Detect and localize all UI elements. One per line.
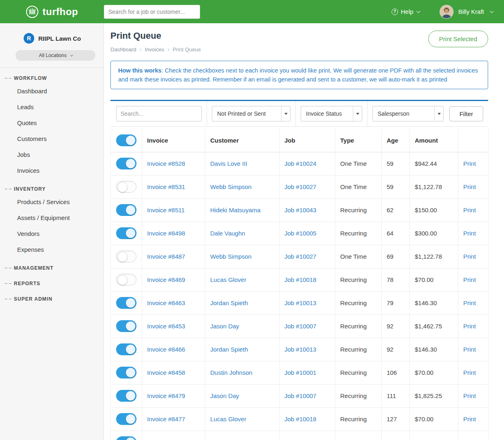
print-link[interactable]: Print [463, 230, 476, 237]
table-row: Invoice #8453 Jason Day Job #10007 Recur… [111, 315, 489, 338]
invoice-link[interactable]: Invoice #8511 [147, 207, 185, 213]
invoice-table: Invoice Customer Job Type Age Amount Inv… [110, 129, 488, 440]
row-select-toggle[interactable] [116, 367, 136, 378]
job-link[interactable]: Job #10027 [284, 253, 316, 260]
invoice-link[interactable]: Invoice #8479 [147, 392, 185, 399]
job-link[interactable]: Job #10013 [284, 299, 316, 306]
invoice-status-dropdown[interactable]: Invoice Status [301, 106, 362, 121]
customer-link[interactable]: Lucas Glover [210, 416, 246, 422]
row-select-toggle[interactable] [116, 413, 136, 425]
job-link[interactable]: Job #10018 [284, 276, 316, 283]
customer-link[interactable]: Jason Day [210, 323, 239, 330]
invoice-link[interactable]: Invoice #8463 [147, 299, 185, 306]
job-link[interactable]: Job #10027 [284, 183, 316, 190]
invoice-link[interactable]: Invoice #8528 [147, 160, 185, 167]
row-select-toggle[interactable] [116, 204, 136, 216]
chevron-down-icon[interactable] [490, 9, 494, 13]
sidebar-item-dashboard[interactable]: Dashboard [0, 83, 103, 99]
column-header-type: Type [335, 129, 382, 152]
sidebar-item-assets-equipment[interactable]: Assets / Equipment [0, 210, 103, 226]
invoice-link[interactable]: Invoice #8477 [147, 416, 185, 422]
invoice-link[interactable]: Invoice #8469 [147, 276, 185, 283]
info-banner-body: : Check the checkboxes next to each invo… [118, 67, 478, 83]
invoice-age: 106 [382, 361, 410, 384]
print-link[interactable]: Print [463, 183, 476, 190]
job-link[interactable]: Job #10043 [284, 207, 316, 213]
sidebar-item-jobs[interactable]: Jobs [0, 147, 103, 163]
row-select-toggle[interactable] [116, 320, 136, 332]
row-select-toggle[interactable] [116, 251, 136, 262]
row-select-toggle[interactable] [116, 227, 136, 239]
customer-link[interactable]: Jordan Spieth [210, 299, 248, 306]
table-search-input[interactable] [116, 106, 202, 121]
select-all-toggle[interactable] [116, 134, 136, 146]
sidebar-item-invoices[interactable]: Invoices [0, 163, 103, 178]
breadcrumb-item[interactable]: Invoices [145, 46, 164, 53]
customer-link[interactable]: Hideki Matsuyama [210, 207, 260, 213]
row-select-toggle[interactable] [116, 297, 136, 309]
table-row: Invoice #8466 Jordan Spieth Job #10013 R… [111, 338, 489, 361]
filter-button[interactable]: Filter [449, 106, 483, 121]
job-link[interactable]: Job #10018 [284, 416, 316, 422]
invoice-link[interactable]: Invoice #8466 [147, 346, 185, 353]
job-link[interactable]: Job #10013 [284, 346, 316, 353]
location-selector[interactable]: All Locations [15, 50, 95, 61]
breadcrumb-item[interactable]: Dashboard [110, 46, 136, 53]
global-search-input[interactable] [104, 5, 200, 19]
print-link[interactable]: Print [463, 276, 476, 283]
help-icon: ? [392, 9, 398, 15]
user-name[interactable]: Billy Kraft [458, 8, 484, 15]
customer-link[interactable]: Dale Vaughn [210, 230, 245, 237]
sidebar-item-leads[interactable]: Leads [0, 99, 103, 115]
sidebar-item-products-services[interactable]: Products / Services [0, 194, 103, 210]
customer-link[interactable]: Jason Day [210, 392, 239, 399]
table-header-row: Invoice Customer Job Type Age Amount [111, 129, 489, 152]
print-link[interactable]: Print [463, 207, 476, 213]
printed-filter-dropdown[interactable]: Not Printed or Sent [212, 106, 291, 121]
help-menu[interactable]: ? Help [392, 8, 419, 15]
sidebar-item-customers[interactable]: Customers [0, 131, 103, 147]
row-select-toggle[interactable] [116, 274, 136, 286]
brand-logo[interactable]: turfhop [0, 5, 104, 18]
row-select-toggle[interactable] [116, 436, 136, 440]
print-link[interactable]: Print [463, 346, 476, 353]
job-link[interactable]: Job #10007 [284, 323, 316, 330]
customer-link[interactable]: Davis Love III [210, 160, 247, 167]
invoice-link[interactable]: Invoice #8453 [147, 323, 185, 330]
column-header-action [458, 129, 489, 152]
salesperson-dropdown[interactable]: Salesperson [372, 106, 444, 121]
invoice-age: 59 [382, 152, 410, 175]
row-select-toggle[interactable] [116, 158, 136, 169]
invoice-link[interactable]: Invoice #8531 [147, 183, 185, 190]
print-link[interactable]: Print [463, 253, 476, 260]
job-link[interactable]: Job #10005 [284, 230, 316, 237]
print-link[interactable]: Print [463, 323, 476, 330]
invoice-link[interactable]: Invoice #8498 [147, 230, 185, 237]
job-link[interactable]: Job #10007 [284, 392, 316, 399]
customer-link[interactable]: Webb Simpson [210, 253, 251, 260]
print-link[interactable]: Print [463, 416, 476, 422]
print-link[interactable]: Print [463, 160, 476, 167]
job-link[interactable]: Job #10024 [284, 160, 316, 167]
print-link[interactable]: Print [463, 369, 476, 376]
sidebar-item-vendors[interactable]: Vendors [0, 226, 103, 242]
customer-link[interactable]: Jordan Spieth [210, 346, 248, 353]
breadcrumb-item: Print Queue [173, 46, 201, 53]
invoice-link[interactable]: Invoice #8458 [147, 369, 185, 376]
customer-link[interactable]: Lucas Glover [210, 276, 246, 283]
row-select-toggle[interactable] [116, 343, 136, 355]
row-select-toggle[interactable] [116, 181, 136, 193]
print-selected-button[interactable]: Print Selected [428, 31, 488, 47]
sidebar-item-expenses[interactable]: Expenses [0, 242, 103, 257]
sidebar-item-quotes[interactable]: Quotes [0, 115, 103, 131]
job-link[interactable]: Job #10001 [284, 369, 316, 376]
invoice-type: Recurring [335, 315, 382, 338]
customer-link[interactable]: Webb Simpson [210, 183, 251, 190]
print-link[interactable]: Print [463, 392, 476, 399]
invoice-link[interactable]: Invoice #8487 [147, 253, 185, 260]
column-header-customer: Customer [205, 129, 280, 152]
print-link[interactable]: Print [463, 299, 476, 306]
customer-link[interactable]: Dustin Johnson [210, 369, 252, 376]
row-select-toggle[interactable] [116, 390, 136, 402]
avatar[interactable] [440, 5, 453, 19]
